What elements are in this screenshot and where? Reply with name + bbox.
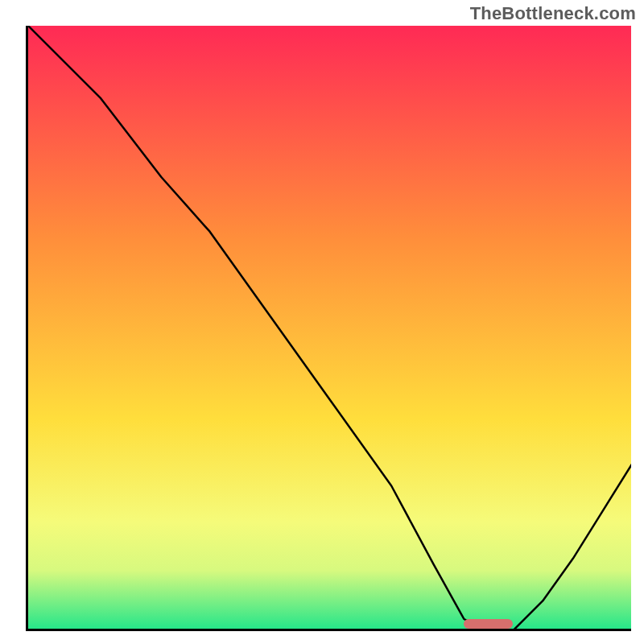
bottleneck-curve (28, 26, 631, 631)
optimal-marker (464, 619, 512, 629)
chart-frame: TheBottleneck.com (0, 0, 644, 644)
plot-area (26, 26, 631, 631)
watermark-text: TheBottleneck.com (470, 3, 636, 24)
